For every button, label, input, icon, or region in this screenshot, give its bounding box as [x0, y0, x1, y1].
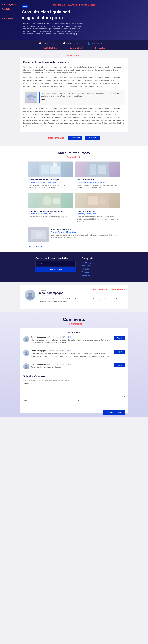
author-bio: Jason is a content creator at Elegant Th…	[38, 296, 123, 305]
categories-list: BudgettingInvestmentFinancePlanningRetir…	[82, 261, 112, 276]
related-post-cats-3: Equipment, Health, News, Travel	[30, 213, 71, 215]
older-entries-link[interactable]: + OLDER ENTRIES	[28, 245, 44, 248]
comments-box: 3 Comments Jason Champagne on April 21, …	[20, 328, 128, 413]
related-post-title-2: Curabitur non nulla	[77, 178, 118, 181]
meta-labels-bar: Post Publish Date Comment Count Post Aut…	[0, 46, 148, 50]
comment-author-3: Jason Champagne	[31, 363, 46, 365]
svg-point-23	[27, 296, 33, 299]
comment-body-3: Jason Champagne on April 21, 2022 at 2:0…	[31, 363, 112, 368]
category-badge: News	[22, 5, 28, 8]
category-link[interactable]: Retirement	[82, 274, 112, 276]
comment-text-2: Ut placerat orci nulla pellentesque dign…	[31, 352, 112, 358]
related-post-excerpt-1: Vestibulum ante ipsum primis in faucibus…	[30, 184, 71, 189]
email-input[interactable]	[36, 261, 76, 266]
post-excerpt-label: Post Excerpt	[2, 17, 13, 20]
comment-edit-2[interactable]: Edit	[68, 350, 72, 352]
related-posts-grid: Cras ultricies ligula sed magna Equipmen…	[28, 162, 120, 242]
content-paragraph-3: Vestibulum ante ipsum primis in faucibus…	[23, 107, 125, 128]
category-link[interactable]: Investment	[82, 264, 112, 267]
blockquote-content: Vestibulum ante ipsum primis in faucibus…	[39, 92, 123, 103]
related-posts-subtitle: Related Posts	[3, 156, 145, 158]
svg-point-5	[32, 98, 34, 100]
comments-count: 3 Comments	[23, 331, 125, 334]
post-content-section-label: Post Content	[20, 54, 128, 56]
email-form-group: Email *	[75, 400, 125, 407]
comment-form-group: Comment *	[23, 382, 125, 398]
comment-edit-3[interactable]: Edit	[68, 363, 72, 365]
post-card-image-5	[28, 227, 50, 242]
comment-body-2: Jason Champagne on April 21, 2022 at 2:0…	[31, 350, 112, 358]
submit-comment-title: Submit a Comment	[23, 375, 125, 378]
publish-date-label: Post Publish Date	[43, 47, 58, 49]
svg-rect-15	[53, 198, 60, 204]
categories-widget: Categories BudgettingInvestmentFinancePl…	[82, 257, 112, 278]
comment-edit-1[interactable]: Edit	[68, 336, 72, 338]
post-meta-bar: 📅 May 23, 2020 💬 Comments (3) 👤 By Jason…	[0, 40, 148, 46]
content-paragraph-2: Vestibulum ante ipsum primis in faucibus…	[23, 76, 125, 88]
comment-avatar-2	[23, 350, 29, 356]
post-category-label: Post Categories	[2, 4, 16, 6]
comment-date-3: on April 21, 2022 at 2:03 pm	[47, 363, 68, 365]
comment-avatar-3	[23, 363, 29, 370]
related-post-5[interactable]: How to Avoid Burnout Business, Equipment…	[28, 227, 120, 242]
svg-rect-7	[41, 165, 49, 174]
comments-section: Comments Post Comments 3 Comments Jason …	[0, 312, 148, 418]
comment-text-3: Felis imperdiet proin fermentum leo vel.	[31, 366, 112, 368]
user-icon: 👤	[88, 42, 90, 44]
related-post-cats-1: Equipment, Health, Money, News, Travel	[30, 182, 71, 183]
post-card-image-3	[28, 193, 72, 208]
subscribe-button[interactable]: Get a free quote	[36, 268, 76, 272]
related-post-2[interactable]: Curabitur non nulla Coaching, Equipment,…	[75, 162, 120, 190]
reply-button-3[interactable]: Reply	[114, 363, 125, 367]
categories-title: Categories	[82, 257, 112, 260]
content-paragraph-1: Vestibulum ante ipsum primis in faucibus…	[23, 66, 125, 74]
related-posts-section: More Related Posts Related Posts Cras ul…	[0, 146, 148, 252]
comment-date-2: on April 21, 2022 at 2:02 pm	[47, 350, 68, 352]
older-entries[interactable]: + OLDER ENTRIES	[28, 245, 120, 248]
svg-rect-12	[98, 166, 106, 174]
related-post-excerpt-4: Lorem ipsum dolor sit amet, consectetur …	[77, 216, 118, 222]
featured-section: Featured Image as Background Post Catego…	[0, 0, 148, 40]
related-post-title-5: How to Avoid Burnout	[51, 228, 118, 231]
meta-author-text: By Jason Champagne	[91, 42, 109, 44]
category-link[interactable]: Finance	[82, 268, 112, 270]
related-post-1[interactable]: Cras ultricies ligula sed magna Equipmen…	[28, 162, 73, 190]
next-post-button[interactable]: Next Post »	[85, 136, 100, 140]
post-author-label: Post Author	[95, 47, 105, 49]
author-name: Jason Champagne	[38, 292, 123, 295]
svg-point-28	[25, 365, 27, 367]
post-content-box: Donec sollicitudin molestie malesuada Ve…	[20, 58, 128, 132]
widgets-section: Subscribe to our Newsletter Get a free q…	[0, 252, 148, 282]
related-post-excerpt-5: Lorem ipsum dolor sit amet, consectetur …	[51, 234, 118, 238]
comment-author-2: Jason Champagne	[31, 350, 46, 352]
comment-textarea[interactable]	[23, 385, 125, 397]
svg-point-24	[25, 338, 27, 340]
related-post-3[interactable]: Integer euismod lacus luctus magna Equip…	[28, 193, 73, 224]
name-form-group: Name *	[23, 400, 73, 407]
prev-post-button[interactable]: « Prev Post	[68, 136, 82, 140]
svg-point-3	[33, 96, 36, 98]
email-field[interactable]	[75, 402, 125, 407]
svg-point-14	[42, 196, 52, 206]
submit-comment-section: Submit a Comment Your email address will…	[23, 375, 125, 408]
reply-button-2[interactable]: Reply	[114, 350, 125, 354]
svg-point-25	[25, 340, 28, 342]
related-post-cats-5: Business, Equipment, Money, News	[51, 231, 118, 233]
name-input[interactable]	[23, 402, 73, 407]
related-posts-title: More Related Posts	[3, 151, 145, 155]
post-navigation: Post Navigation « Prev Post Next Post »	[20, 136, 128, 140]
category-link[interactable]: Planning	[82, 271, 112, 273]
svg-rect-8	[50, 166, 60, 174]
category-link[interactable]: Budgetting	[82, 261, 112, 264]
comment-item-3: Jason Champagne on April 21, 2022 at 2:0…	[23, 363, 125, 372]
related-post-4[interactable]: Managing Your Site Equipment, Exemple, N…	[75, 193, 120, 224]
related-post-excerpt-3: Lorem ipsum dolor sit amet, consectetur …	[30, 216, 71, 218]
svg-point-29	[25, 367, 28, 368]
post-card-image-2	[76, 162, 120, 177]
svg-point-26	[25, 352, 27, 353]
meta-comments: 💬 Comments (3)	[63, 42, 78, 44]
related-post-title-4: Managing Your Site	[77, 210, 118, 212]
submit-comment-button[interactable]: Submit Comment	[103, 410, 125, 415]
reply-button-1[interactable]: Reply	[114, 336, 125, 340]
svg-rect-11	[90, 164, 96, 175]
